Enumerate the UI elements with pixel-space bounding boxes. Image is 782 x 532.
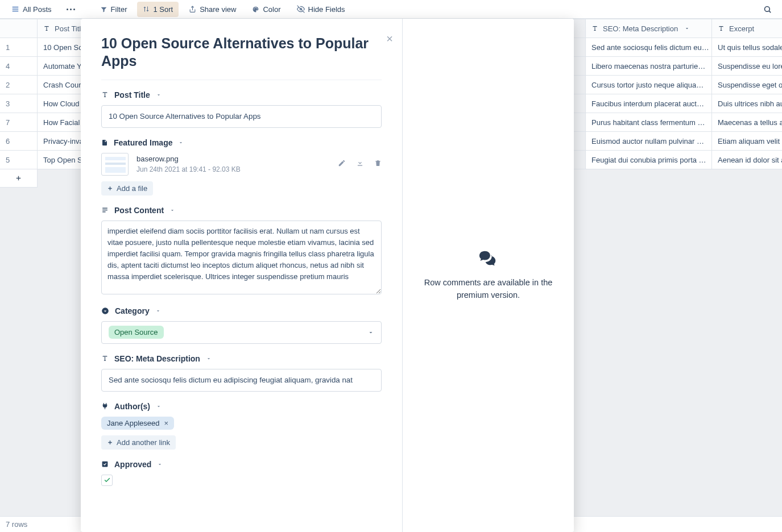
attachment-row: baserow.png Jun 24th 2021 at 19:41 - 92.… [101, 153, 382, 176]
chevron-circle-icon [101, 307, 109, 315]
chevron-down-icon [178, 140, 184, 146]
cell-seo[interactable]: Feugiat dui conubia primis porta … [586, 151, 712, 169]
cell-seo[interactable]: Faucibus interdum placerat auct… [586, 94, 712, 113]
row-count: 7 rows [6, 520, 27, 529]
share-label: Share view [200, 5, 236, 14]
toolbar: All Posts Filter 1 Sort Share view [0, 0, 782, 19]
cell-excerpt[interactable]: Aenean id dolor sit a [712, 151, 782, 169]
comments-text: Row comments are available in the premiu… [423, 277, 554, 302]
view-switcher[interactable]: All Posts [6, 2, 57, 17]
filter-label: Filter [111, 5, 127, 14]
field-label-seo[interactable]: SEO: Meta Description [101, 354, 382, 363]
add-file-button[interactable]: Add a file [101, 181, 153, 196]
field-label-category[interactable]: Category [101, 306, 382, 315]
chevron-down-icon [206, 356, 212, 361]
chevron-down-icon[interactable] [684, 26, 690, 31]
edit-icon[interactable] [338, 159, 346, 169]
search-icon [763, 5, 772, 14]
cell-excerpt[interactable]: Duis ultrices nibh au [712, 94, 782, 113]
chevron-down-icon [156, 92, 162, 98]
paragraph-icon [101, 206, 109, 214]
seo-input[interactable] [101, 369, 382, 392]
cell-excerpt[interactable]: Suspendisse eu lorem [712, 57, 782, 75]
text-icon [718, 25, 725, 32]
chevron-down-icon [155, 308, 161, 314]
view-kebab[interactable] [62, 5, 80, 14]
cell-seo[interactable]: Libero maecenas nostra parturie… [586, 57, 712, 75]
comments-icon [479, 250, 498, 267]
cell-seo[interactable]: Sed ante sociosqu felis dictum eu… [586, 38, 712, 56]
trash-icon[interactable] [374, 159, 382, 169]
svg-rect-17 [102, 462, 108, 467]
close-icon[interactable]: × [386, 32, 393, 45]
rownum-header [0, 19, 38, 38]
attachment-name: baserow.png [136, 155, 241, 163]
field-label-post-content[interactable]: Post Content [101, 206, 382, 215]
col-header-excerpt[interactable]: Excerpt [712, 19, 782, 38]
rownum: 3 [0, 94, 38, 113]
col-header-seo[interactable]: SEO: Meta Description [586, 19, 712, 38]
add-link-button[interactable]: Add another link [101, 435, 176, 450]
cell-excerpt[interactable]: Ut quis tellus sodales [712, 38, 782, 56]
share-button[interactable]: Share view [183, 2, 242, 17]
cell-seo[interactable]: Cursus tortor justo neque aliqua… [586, 76, 712, 94]
cell-seo[interactable]: Purus habitant class fermentum … [586, 113, 712, 131]
text-icon [591, 25, 598, 32]
field-label-featured-image[interactable]: Featured Image [101, 138, 382, 147]
rownum: 2 [0, 76, 38, 94]
cell-excerpt[interactable]: Etiam aliquam velit e [712, 132, 782, 150]
sort-button[interactable]: 1 Sort [137, 2, 179, 17]
search-button[interactable] [759, 2, 776, 17]
post-title-input[interactable] [101, 105, 382, 128]
cell-seo[interactable]: Euismod auctor nullam pulvinar … [586, 132, 712, 150]
category-select[interactable]: Open Source [101, 321, 382, 344]
hamburger-icon [11, 5, 19, 13]
remove-chip-icon[interactable]: × [164, 419, 169, 427]
text-icon [43, 25, 50, 32]
filter-icon [100, 6, 107, 13]
chevron-down-icon [169, 207, 175, 213]
text-icon [101, 91, 109, 98]
post-content-textarea[interactable] [101, 221, 382, 294]
category-chip: Open Source [109, 326, 164, 339]
comments-panel: Row comments are available in the premiu… [402, 19, 574, 532]
view-name: All Posts [23, 5, 52, 14]
chevron-down-icon [157, 462, 163, 467]
rownum: 7 [0, 113, 38, 131]
color-label: Color [263, 5, 280, 14]
field-label-authors[interactable]: Author(s) [101, 402, 382, 411]
hide-fields-button[interactable]: Hide Fields [291, 2, 351, 17]
download-icon[interactable] [356, 159, 364, 169]
cell-excerpt[interactable]: Suspendisse eget orci [712, 76, 782, 94]
field-label-approved[interactable]: Approved [101, 460, 382, 469]
filter-button[interactable]: Filter [94, 2, 133, 17]
sort-icon [143, 6, 150, 13]
modal-title: 10 Open Source Alternatives to Popular A… [101, 35, 370, 70]
chevron-down-icon [367, 329, 374, 336]
attachment-meta: Jun 24th 2021 at 19:41 - 92.03 KB [136, 165, 241, 173]
hide-label: Hide Fields [308, 5, 345, 14]
col-seo-label: SEO: Meta Description [603, 24, 678, 33]
checkbox-icon [101, 460, 109, 468]
author-chip[interactable]: Jane Appleseed × [101, 417, 174, 430]
palette-icon [252, 6, 259, 13]
color-button[interactable]: Color [246, 2, 286, 17]
cell-excerpt[interactable]: Maecenas a tellus ac [712, 113, 782, 131]
attachment-thumb[interactable] [101, 153, 129, 176]
approved-checkbox[interactable] [101, 475, 113, 486]
text-icon [101, 355, 109, 362]
rownum: 4 [0, 57, 38, 75]
sort-label: 1 Sort [153, 5, 173, 14]
eye-off-icon [297, 5, 305, 13]
field-label-post-title[interactable]: Post Title [101, 90, 382, 99]
col-excerpt-label: Excerpt [729, 24, 754, 33]
add-row-button[interactable] [0, 169, 38, 188]
file-icon [101, 139, 108, 147]
rownum: 1 [0, 38, 38, 56]
row-editor-modal: × 10 Open Source Alternatives to Popular… [81, 19, 574, 532]
svg-line-6 [769, 11, 771, 13]
modal-scroll[interactable]: × 10 Open Source Alternatives to Popular… [81, 19, 402, 532]
plug-icon [101, 402, 109, 410]
svg-point-5 [765, 6, 770, 11]
share-icon [189, 6, 196, 13]
